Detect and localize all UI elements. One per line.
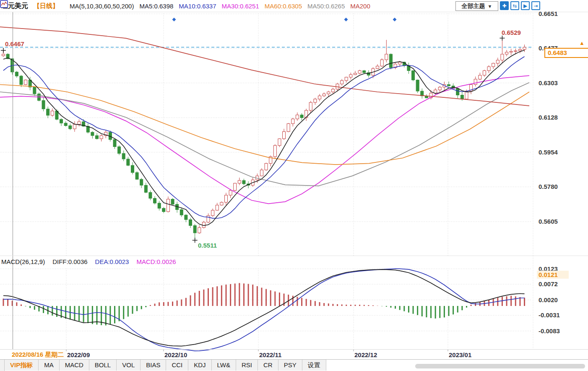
view-low-label: 0.5511 xyxy=(198,242,217,249)
macd-y-axis-label: 0.0020 xyxy=(539,296,558,303)
macd-dea-label: DEA:0.0023 xyxy=(95,258,129,265)
ref-high-label: 0.6467 xyxy=(5,40,24,47)
x-axis-label: 2022/11 xyxy=(259,351,281,358)
chevron-down-icon: ▼ xyxy=(488,4,492,9)
x-axis-label: 2022/09 xyxy=(67,351,90,358)
macd-diff-label: DIFF:0.0036 xyxy=(52,258,87,265)
chart-window: 纽元美元 【日线】 MA(5,10,30,60,50,200) MA5:0.63… xyxy=(0,0,588,371)
tab-vip指标[interactable]: VIP指标 xyxy=(5,360,39,371)
tab-lw[interactable]: LW& xyxy=(212,360,236,371)
x-axis-label: 2023/01 xyxy=(449,351,471,358)
theme-dropdown[interactable]: 全部主题 ▼ xyxy=(455,1,498,11)
tab-rsi[interactable]: RSI xyxy=(236,360,258,371)
tab-boll[interactable]: BOLL xyxy=(89,360,117,371)
tab-strip-edge[interactable] xyxy=(0,360,5,371)
tab-macd[interactable]: MACD xyxy=(60,360,89,371)
macd-y-axis-label: 0.0072 xyxy=(539,280,558,287)
x-axis-label: 2022/12 xyxy=(354,351,377,358)
tab-bias[interactable]: BIAS xyxy=(140,360,166,371)
y-axis-label: 0.5780 xyxy=(539,183,558,190)
y-axis-label: 0.5954 xyxy=(539,149,558,156)
last-price-box: 0.6483 xyxy=(544,48,588,58)
view-high-label: 0.6529 xyxy=(502,29,521,36)
panel-divider xyxy=(0,256,588,256)
macd-macd-label: MACD:0.0026 xyxy=(136,258,176,265)
ma-value-label: MA10:0.6337 xyxy=(179,3,216,10)
event-marker-icon[interactable] xyxy=(172,18,176,21)
tab-设置[interactable]: 设置 xyxy=(302,360,326,371)
xaxis-divider xyxy=(0,349,588,350)
event-marker-icon[interactable] xyxy=(344,18,348,21)
event-marker-icon[interactable] xyxy=(393,18,397,21)
y-axis-label: 0.6303 xyxy=(539,79,558,86)
tab-ma[interactable]: MA xyxy=(39,360,60,371)
theme-dropdown-label: 全部主题 xyxy=(462,3,485,10)
macd-y-axis-label: -0.0083 xyxy=(539,327,560,334)
tab-cci[interactable]: CCI xyxy=(166,360,188,371)
chart-canvas[interactable] xyxy=(0,0,588,371)
header-divider xyxy=(0,12,588,12)
macd-current-value: 0.0121 xyxy=(537,271,569,279)
x-axis-label: 2022/10 xyxy=(164,351,187,358)
chart-header: 纽元美元 【日线】 MA(5,10,30,60,50,200) MA5:0.63… xyxy=(0,0,454,12)
jump-latest-icon[interactable]: ⇥ xyxy=(531,1,540,10)
horizontal-scrollbar-thumb[interactable] xyxy=(415,364,585,368)
ma-value-label: MA50:0.6265 xyxy=(307,3,345,10)
macd-header: MACD(26,12,9) DIFF:0.0036 DEA:0.0023 MAC… xyxy=(1,257,176,266)
ma-params-label: MA(5,10,30,60,50,200) xyxy=(70,3,134,10)
tab-kdj[interactable]: KDJ xyxy=(188,360,211,371)
crosshair-icon[interactable]: ✚ xyxy=(500,1,509,10)
chart-toolbar: ✚⇆▶⇥ xyxy=(500,1,540,10)
macd-params-label[interactable]: MACD(26,12,9) xyxy=(1,258,45,265)
zoom-x-icon[interactable]: ⇆ xyxy=(510,1,519,10)
tab-vol[interactable]: VOL xyxy=(117,360,140,371)
ma-value-label: MA60:0.6305 xyxy=(265,3,302,10)
ma-value-label: MA200 xyxy=(350,3,370,10)
tab-psy[interactable]: PSY xyxy=(278,360,302,371)
crosshair-date-tooltip: 2022/08/16 星期二 xyxy=(12,350,65,358)
macd-y-axis-label: -0.0031 xyxy=(539,311,560,319)
play-forward-icon[interactable]: ▶ xyxy=(521,1,530,10)
y-axis-label: 0.6651 xyxy=(539,10,558,17)
ma-value-label: MA5:0.6398 xyxy=(139,3,173,10)
tab-cr[interactable]: CR xyxy=(258,360,278,371)
ma-value-label: MA30:0.6251 xyxy=(222,3,259,10)
y-axis-label: 0.5605 xyxy=(539,218,558,225)
y-axis-label: 0.6128 xyxy=(539,114,558,121)
period-label[interactable]: 【日线】 xyxy=(34,2,59,10)
price-up-arrow-icon: ▲ xyxy=(579,40,585,46)
